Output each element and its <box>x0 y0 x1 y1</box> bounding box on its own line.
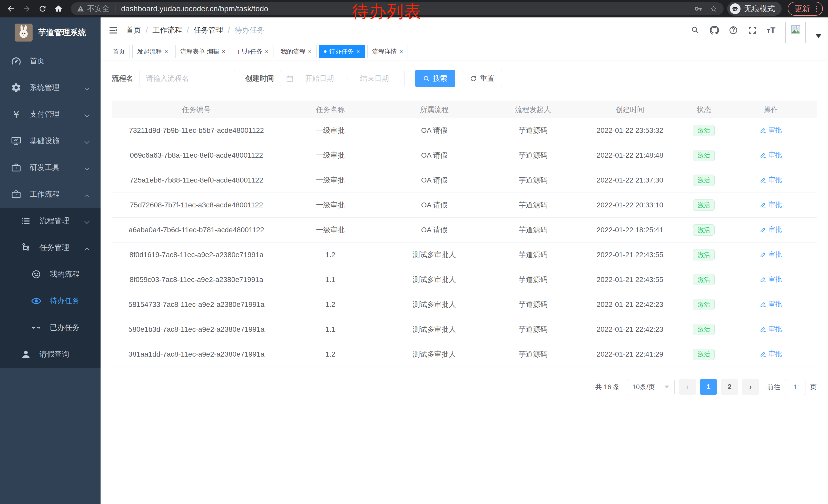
approve-button[interactable]: 审批 <box>760 150 782 159</box>
approve-button[interactable]: 审批 <box>760 275 782 284</box>
approve-button[interactable]: 审批 <box>760 200 782 209</box>
table-row: 58154733-7ac8-11ec-a9e2-a2380e71991a1.2测… <box>112 292 817 317</box>
chevron-up-icon <box>85 194 90 199</box>
breadcrumb-item[interactable]: 首页 <box>126 25 141 35</box>
approve-button[interactable]: 审批 <box>760 126 782 135</box>
sidebar-item-基础设施[interactable]: 基础设施 <box>0 128 100 154</box>
tab-我的流程[interactable]: 我的流程× <box>276 45 317 58</box>
approve-button[interactable]: 审批 <box>760 300 782 309</box>
action-cell: 审批 <box>725 325 817 334</box>
sidebar-item-已办任务[interactable]: 已办任务 <box>0 314 100 341</box>
end-date-placeholder[interactable]: 结束日期 <box>350 74 399 83</box>
sidebar-item-首页[interactable]: 首页 <box>0 48 100 74</box>
sidebar-item-流程管理[interactable]: 流程管理 <box>0 208 100 234</box>
page-button-2[interactable]: 2 <box>721 379 738 395</box>
tab-close-icon[interactable]: × <box>222 48 225 55</box>
approve-label: 审批 <box>769 325 782 333</box>
column-header: 状态 <box>683 105 725 114</box>
approve-button[interactable]: 审批 <box>760 250 782 259</box>
tab-流程表单-编辑[interactable]: 流程表单-编辑× <box>175 45 230 58</box>
process-cell: OA 请假 <box>380 150 489 160</box>
reset-button[interactable]: 重置 <box>462 70 502 87</box>
tab-流程详情[interactable]: 流程详情× <box>367 45 408 58</box>
status-cell: 激活 <box>683 274 725 285</box>
date-range-picker[interactable]: 开始日期 - 结束日期 <box>280 70 405 87</box>
fullscreen-icon[interactable] <box>748 26 757 35</box>
sidebar-item-工作流程[interactable]: 工作流程 <box>0 181 100 208</box>
tab-close-icon[interactable]: × <box>356 48 360 55</box>
browser-menu-icon[interactable] <box>815 6 819 12</box>
tab-close-icon[interactable]: × <box>308 48 312 55</box>
sidebar-toggle-button[interactable] <box>100 17 126 43</box>
security-warning-icon[interactable] <box>77 5 84 12</box>
browser-home-button[interactable] <box>53 3 64 14</box>
process-name-input[interactable] <box>139 70 235 87</box>
chevron-down-icon <box>85 114 90 119</box>
breadcrumb-separator: / <box>228 26 230 35</box>
sidebar-item-label: 系统管理 <box>30 83 59 93</box>
avatar[interactable] <box>785 22 806 45</box>
tab-close-icon[interactable]: × <box>265 48 268 55</box>
browser-forward-button[interactable] <box>21 3 32 14</box>
approve-button[interactable]: 审批 <box>760 350 782 358</box>
start-date-placeholder[interactable]: 开始日期 <box>295 74 344 83</box>
breadcrumb-separator: / <box>187 26 189 35</box>
prev-page-button[interactable]: ‹ <box>679 379 696 395</box>
process-cell: OA 请假 <box>380 225 489 235</box>
column-header: 流程发起人 <box>489 105 577 114</box>
tab-label: 待办任务 <box>329 47 354 56</box>
search-button[interactable]: 搜索 <box>415 70 455 87</box>
sidebar-logo[interactable]: 芋道管理系统 <box>0 17 100 48</box>
goto-page-input[interactable] <box>785 379 805 395</box>
tab-label: 我的流程 <box>281 47 305 56</box>
breadcrumb-item[interactable]: 工作流程 <box>152 25 182 35</box>
next-page-button[interactable]: › <box>742 379 759 395</box>
github-icon[interactable] <box>710 26 719 35</box>
sidebar-item-研发工具[interactable]: 研发工具 <box>0 154 100 181</box>
browser-reload-button[interactable] <box>37 3 48 14</box>
url-text[interactable]: dashboard.yudao.iocoder.cn/bpm/task/todo <box>121 4 268 13</box>
browser-back-button[interactable] <box>5 3 16 14</box>
font-size-icon[interactable]: TT <box>767 26 776 35</box>
approve-button[interactable]: 审批 <box>760 325 782 333</box>
pagination-total: 共 16 条 <box>595 382 620 392</box>
key-icon[interactable] <box>694 5 702 12</box>
chevron-down-icon <box>85 141 90 146</box>
approve-button[interactable]: 审批 <box>760 175 782 184</box>
sidebar: 芋道管理系统 首页系统管理¥支付管理基础设施研发工具工作流程流程管理任务管理我的… <box>0 17 100 504</box>
bookmark-star-icon[interactable] <box>710 5 717 12</box>
list-icon <box>20 215 32 227</box>
breadcrumb-item[interactable]: 任务管理 <box>194 25 223 35</box>
tab-发起流程[interactable]: 发起流程× <box>132 45 173 58</box>
tab-已办任务[interactable]: 已办任务× <box>233 45 274 58</box>
header-search-icon[interactable] <box>691 26 700 35</box>
sidebar-item-请假查询[interactable]: 请假查询 <box>0 341 100 368</box>
browser-update-button[interactable]: 更新 <box>788 2 823 16</box>
calendar-icon <box>286 75 294 82</box>
sidebar-item-我的流程[interactable]: 我的流程 <box>0 261 100 288</box>
goto-unit-label: 页 <box>810 382 817 392</box>
tab-close-icon[interactable]: × <box>399 48 403 55</box>
sidebar-item-系统管理[interactable]: 系统管理 <box>0 74 100 101</box>
created-time-cell: 2022-01-22 23:53:32 <box>577 126 683 135</box>
approve-button[interactable]: 审批 <box>760 225 782 234</box>
tab-待办任务[interactable]: 待办任务× <box>319 45 365 58</box>
incognito-label: 无痕模式 <box>744 4 775 14</box>
sidebar-item-支付管理[interactable]: ¥支付管理 <box>0 101 100 128</box>
tab-首页[interactable]: 首页 <box>108 45 130 58</box>
status-badge: 激活 <box>693 324 715 335</box>
sidebar-item-任务管理[interactable]: 任务管理 <box>0 234 100 261</box>
task-name-cell: 一级审批 <box>281 175 380 185</box>
help-icon[interactable] <box>729 26 738 35</box>
chevron-down-icon <box>85 168 90 172</box>
update-label[interactable]: 更新 <box>794 4 810 14</box>
avatar-dropdown-caret[interactable] <box>816 34 821 38</box>
page-size-select[interactable]: 10条/页 <box>627 379 675 395</box>
status-badge: 激活 <box>693 125 715 136</box>
chevron-down-icon <box>85 88 90 92</box>
security-label[interactable]: 不安全 <box>87 4 110 14</box>
tab-close-icon[interactable]: × <box>164 48 168 55</box>
page-button-1[interactable]: 1 <box>700 379 717 395</box>
sidebar-item-待办任务[interactable]: 待办任务 <box>0 288 100 314</box>
task-id-cell: 8f059c03-7ac8-11ec-a9e2-a2380e71991a <box>112 276 281 284</box>
